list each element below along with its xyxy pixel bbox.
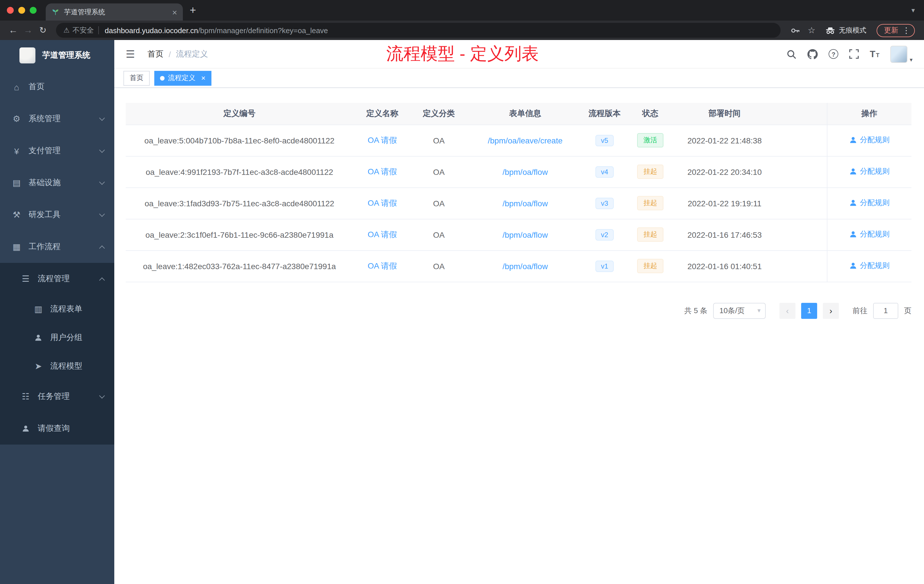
gear-icon: ⚙ xyxy=(12,114,22,124)
hamburger-icon[interactable]: ☰ xyxy=(126,48,135,60)
goto-label: 前往 xyxy=(853,305,868,316)
column-header-category: 定义分类 xyxy=(411,103,466,125)
reload-button[interactable]: ↻ xyxy=(35,25,50,35)
column-header-id: 定义编号 xyxy=(126,103,353,125)
definition-name-link[interactable]: OA 请假 xyxy=(368,229,397,239)
status-badge: 挂起 xyxy=(637,196,663,210)
window-minimize-button[interactable] xyxy=(18,7,25,14)
font-size-icon[interactable]: TT xyxy=(870,49,879,59)
user-icon xyxy=(849,199,857,207)
deploy-time: 2022-01-22 21:48:38 xyxy=(675,125,774,156)
breadcrumb: 首页 / 流程定义 xyxy=(147,49,208,59)
help-icon[interactable]: ? xyxy=(828,49,838,59)
sidebar-item-dev-tools[interactable]: ⚒ 研发工具 xyxy=(0,199,114,231)
form-link[interactable]: /bpm/oa/flow xyxy=(503,261,548,271)
update-label[interactable]: 更新 xyxy=(884,25,898,35)
breadcrumb-home-link[interactable]: 首页 xyxy=(147,49,163,59)
breadcrumb-current: 流程定义 xyxy=(176,49,208,59)
definition-id: oa_leave:5:004b710b-7b8a-11ec-8ef0-acde4… xyxy=(126,125,353,156)
tag-process-definition[interactable]: 流程定义 × xyxy=(154,71,211,86)
sidebar-item-process-management[interactable]: ☰ 流程管理 xyxy=(0,263,114,295)
sidebar-item-workflow[interactable]: ▦ 工作流程 xyxy=(0,231,114,263)
incognito-icon xyxy=(825,25,835,35)
next-page-button[interactable]: › xyxy=(823,303,839,318)
tag-close-icon[interactable]: × xyxy=(201,74,205,82)
sidebar-item-system[interactable]: ⚙ 系统管理 xyxy=(0,103,114,135)
tab-close-icon[interactable]: × xyxy=(172,8,177,16)
tab-title: 芋道管理系统 xyxy=(64,7,167,17)
page-size-value: 10条/页 xyxy=(719,305,744,316)
page-number-button[interactable]: 1 xyxy=(801,303,817,318)
document-icon: ▥ xyxy=(33,304,43,314)
goto-page-input[interactable] xyxy=(873,303,898,318)
chrome-update-chip[interactable]: 更新 ⋮ xyxy=(876,24,915,37)
new-tab-button[interactable]: + xyxy=(190,4,196,16)
status-badge: 激活 xyxy=(637,133,663,147)
sidebar-item-label: 流程表单 xyxy=(50,304,82,314)
window-close-button[interactable] xyxy=(7,7,14,14)
definition-name-link[interactable]: OA 请假 xyxy=(368,135,397,144)
page-content: 定义编号 定义名称 定义分类 表单信息 流程版本 状态 部署时间 操作 oa_l… xyxy=(114,88,924,584)
status-badge: 挂起 xyxy=(637,165,663,179)
briefcase-icon: ▦ xyxy=(12,242,22,252)
sidebar-item-home[interactable]: ⌂ 首页 xyxy=(0,71,114,103)
spacer-cell xyxy=(774,125,827,156)
status-badge: 挂起 xyxy=(637,228,663,242)
assign-rule-link[interactable]: 分配规则 xyxy=(849,198,890,208)
sidebar-item-leave-query[interactable]: 请假查询 xyxy=(0,412,114,445)
form-link[interactable]: /bpm/oa/leave/create xyxy=(488,136,563,145)
server-icon: ▤ xyxy=(12,178,22,188)
github-icon[interactable] xyxy=(807,49,818,59)
form-link[interactable]: /bpm/oa/flow xyxy=(503,199,548,208)
avatar[interactable] xyxy=(890,45,908,63)
password-key-icon[interactable] xyxy=(790,25,800,35)
forward-button[interactable]: → xyxy=(21,25,35,35)
tag-home[interactable]: 首页 xyxy=(124,71,150,86)
prev-page-button[interactable]: ‹ xyxy=(779,303,795,318)
assign-rule-link[interactable]: 分配规则 xyxy=(849,135,890,145)
sidebar-item-process-model[interactable]: ➤ 流程模型 xyxy=(0,352,114,381)
definition-name-link[interactable]: OA 请假 xyxy=(368,198,397,207)
definition-category: OA xyxy=(411,125,466,156)
form-link[interactable]: /bpm/oa/flow xyxy=(503,230,548,239)
sidebar-item-process-form[interactable]: ▥ 流程表单 xyxy=(0,295,114,323)
user-avatar-menu[interactable]: ▾ xyxy=(890,45,912,63)
tab-search-caret-icon[interactable]: ▾ xyxy=(911,6,924,14)
back-button[interactable]: ← xyxy=(6,25,21,35)
sidebar-item-label: 研发工具 xyxy=(28,210,61,220)
sidebar-item-task-management[interactable]: ☷ 任务管理 xyxy=(0,381,114,412)
sidebar-logo[interactable]: 芋道管理系统 xyxy=(0,40,114,71)
url-path: /bpm/manager/definition?key=oa_leave xyxy=(198,26,328,35)
browser-tab[interactable]: 芋道管理系统 × xyxy=(46,3,183,21)
form-link[interactable]: /bpm/oa/flow xyxy=(503,167,548,176)
definition-id: oa_leave:1:482ec033-762a-11ec-8477-a2380… xyxy=(126,250,353,282)
assign-rule-link[interactable]: 分配规则 xyxy=(849,166,890,177)
assign-rule-link[interactable]: 分配规则 xyxy=(849,261,890,271)
deploy-time: 2022-01-22 19:19:11 xyxy=(675,187,774,219)
url-host: dashboard.yudao.iocoder.cn xyxy=(105,26,198,35)
assign-rule-label: 分配规则 xyxy=(860,229,890,239)
chevron-down-icon xyxy=(99,147,105,153)
search-icon[interactable] xyxy=(786,49,797,59)
header-actions: ? TT ▾ xyxy=(786,45,912,63)
sidebar-item-label: 支付管理 xyxy=(28,146,61,156)
sidebar-item-user-group[interactable]: 用户分组 xyxy=(0,323,114,352)
workflow-submenu: ☰ 流程管理 ▥ 流程表单 用户分组 ➤ xyxy=(0,263,114,445)
sidebar-item-payment[interactable]: ¥ 支付管理 xyxy=(0,135,114,167)
definition-name-link[interactable]: OA 请假 xyxy=(368,167,397,176)
sidebar-item-infrastructure[interactable]: ▤ 基础设施 xyxy=(0,167,114,199)
assign-rule-label: 分配规则 xyxy=(860,135,890,145)
assign-rule-link[interactable]: 分配规则 xyxy=(849,229,890,239)
fullscreen-icon[interactable] xyxy=(849,49,859,59)
definition-name-link[interactable]: OA 请假 xyxy=(368,261,397,270)
tag-label: 流程定义 xyxy=(168,73,195,83)
table-header-row: 定义编号 定义名称 定义分类 表单信息 流程版本 状态 部署时间 操作 xyxy=(126,103,911,125)
bookmark-star-icon[interactable]: ☆ xyxy=(808,25,815,35)
window-zoom-button[interactable] xyxy=(30,7,36,14)
page-size-select[interactable]: 10条/页 ▾ xyxy=(713,303,766,318)
security-label[interactable]: 不安全 xyxy=(73,25,94,35)
spacer-cell xyxy=(774,156,827,187)
browser-menu-dots-icon[interactable]: ⋮ xyxy=(902,26,910,34)
address-bar[interactable]: ⚠ 不安全 dashboard.yudao.iocoder.cn /bpm/ma… xyxy=(56,23,780,38)
spacer-cell xyxy=(774,250,827,282)
